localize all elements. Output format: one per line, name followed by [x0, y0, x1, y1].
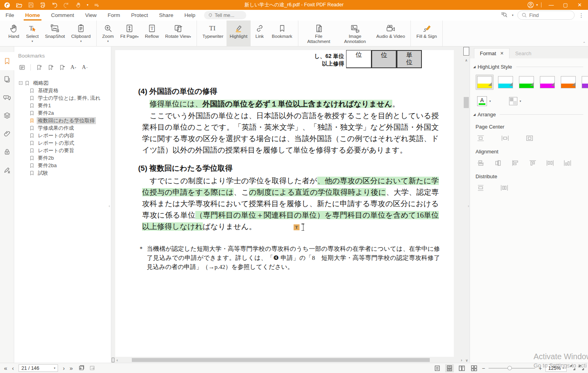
advanced-search-icon[interactable] [501, 11, 508, 19]
scroll-page-box[interactable] [463, 47, 469, 56]
find-box[interactable] [517, 11, 575, 20]
bookmark-item[interactable]: 学士の学位とは, 要件, 流れ [29, 94, 111, 102]
signatures-panel-tab[interactable] [0, 161, 14, 179]
chevron-down-icon[interactable]: ▾ [54, 366, 56, 370]
center-vertically-button[interactable] [500, 134, 510, 142]
reflow-button[interactable]: T Reflow [142, 21, 162, 46]
swatch-orange[interactable] [559, 75, 577, 90]
page-number-box[interactable]: 21 / 146 ▾ [19, 364, 58, 372]
swatch-yellow[interactable] [476, 75, 494, 90]
align-right-button[interactable] [545, 159, 555, 167]
opacity-button[interactable] [509, 97, 517, 105]
fit-page-status-icon[interactable] [579, 365, 584, 371]
bookmark-item[interactable]: レポートの内容 [29, 132, 111, 139]
bookmark-item[interactable]: 試験 [29, 169, 111, 177]
previous-view-button[interactable] [78, 365, 84, 372]
save-icon[interactable] [27, 1, 35, 9]
increase-text-size-icon[interactable]: A+ [69, 63, 77, 71]
menu-comment[interactable]: Comment [45, 10, 80, 21]
fit-page-button[interactable]: Fit Page▾ [117, 21, 142, 46]
first-page-button[interactable]: « [4, 365, 7, 371]
chevron-down-icon[interactable]: ▾ [562, 366, 564, 370]
highlight-button[interactable]: Highlight [227, 21, 251, 46]
tab-format[interactable]: Format ✕ [474, 48, 509, 58]
add-bookmark-icon[interactable] [47, 63, 54, 71]
highlight-style-section-header[interactable]: ◢ HighLight Style [473, 64, 583, 70]
delete-bookmark-icon[interactable] [35, 63, 43, 71]
zoom-in-button[interactable]: + [539, 365, 542, 371]
collapse-node-icon[interactable]: − [19, 81, 22, 85]
close-button[interactable]: ✕ [573, 0, 586, 10]
text-annotation-marker[interactable]: T [294, 224, 305, 231]
facing-view-button[interactable] [457, 364, 466, 372]
find-input[interactable] [529, 13, 569, 18]
bookmark-item[interactable]: レポートの要旨 [29, 147, 111, 154]
distribute-horizontally-button[interactable] [499, 183, 509, 192]
last-page-button[interactable]: » [69, 365, 73, 371]
splitter-handle[interactable] [112, 358, 114, 362]
zoom-slider[interactable] [489, 368, 535, 369]
font-color-button[interactable]: A [477, 96, 487, 106]
scroll-up-icon[interactable]: ∧ [463, 58, 470, 62]
single-page-view-button[interactable] [433, 364, 442, 372]
hand-button[interactable]: Hand [5, 21, 23, 46]
bookmark-item-selected[interactable]: 複数回にわたる学位取得 [29, 117, 111, 124]
close-icon[interactable]: ✕ [500, 51, 504, 56]
bookmark-item[interactable]: 要件2a [29, 109, 111, 117]
customize-toolbar-icon[interactable] [92, 1, 100, 9]
next-page-button[interactable]: › [63, 365, 65, 371]
previous-page-button[interactable]: ‹ [12, 365, 14, 371]
bookmark-item[interactable]: 要件2b [29, 154, 111, 162]
open-file-icon[interactable] [15, 1, 23, 9]
align-vertical-center-button[interactable] [493, 159, 503, 167]
tell-me-search[interactable] [204, 11, 246, 19]
zoom-slider-thumb[interactable] [507, 366, 512, 370]
vertical-scrollbar[interactable]: ∧ [463, 47, 470, 357]
menu-home[interactable]: Home [20, 10, 46, 21]
swatch-cyan[interactable] [496, 75, 515, 90]
collapse-ribbon-icon[interactable]: ⌃ [582, 41, 586, 45]
security-panel-tab[interactable] [0, 143, 14, 161]
tell-me-input[interactable] [215, 13, 242, 18]
select-button[interactable]: T Select ▾ [23, 21, 42, 46]
collapse-left-panel-icon[interactable]: ‹ [109, 203, 110, 208]
bookmark-list-options-icon[interactable] [18, 63, 26, 71]
bookmark-button[interactable]: Bookmark [269, 21, 296, 46]
vertical-scroll-thumb[interactable] [464, 97, 469, 108]
image-annotation-button[interactable]: Image Annotation [337, 21, 373, 46]
chevron-down-icon[interactable]: ▾ [87, 3, 88, 7]
bookmark-item[interactable]: 基礎資格 [29, 87, 111, 94]
undo-icon[interactable] [51, 1, 58, 9]
next-view-button[interactable] [89, 365, 96, 372]
attachments-panel-tab[interactable] [0, 125, 14, 143]
bookmarks-panel-tab[interactable] [0, 52, 14, 70]
zoom-out-button[interactable]: − [482, 365, 485, 371]
decrease-text-size-icon[interactable]: A− [81, 63, 89, 71]
maximize-button[interactable]: ▢ [559, 0, 572, 10]
typewriter-button[interactable]: TI Typewriter [199, 21, 227, 46]
menu-file[interactable]: File [0, 10, 20, 21]
comments-panel-tab[interactable] [0, 88, 14, 106]
rotate-view-button[interactable]: Rotate View▾ [162, 21, 194, 46]
menu-form[interactable]: Form [102, 10, 126, 21]
file-attachment-button[interactable]: File Attachment [301, 21, 337, 46]
align-bottom-button[interactable] [562, 159, 573, 167]
tab-search[interactable]: Search [509, 48, 537, 58]
chevron-down-icon[interactable]: ▾ [520, 99, 521, 103]
fit-width-icon[interactable] [570, 365, 575, 371]
chevron-down-icon[interactable]: ▾ [512, 13, 513, 17]
scroll-down-icon[interactable]: ∨ [465, 358, 468, 362]
collapse-right-panel-icon[interactable]: › [468, 203, 469, 208]
distribute-vertically-button[interactable] [476, 183, 486, 192]
minimize-button[interactable]: — [545, 0, 558, 10]
zoom-button[interactable]: Zoom ▾ [99, 21, 117, 46]
snapshot-button[interactable]: SnapShot [42, 21, 68, 46]
pages-panel-tab[interactable] [0, 70, 14, 88]
center-horizontally-button[interactable] [476, 134, 486, 142]
bookmark-item[interactable]: レポートの形式 [29, 139, 111, 147]
bookmark-root[interactable]: − 概略図 [19, 79, 111, 87]
zoom-level-box[interactable]: 125% ▾ [545, 364, 567, 372]
menu-share[interactable]: Share [154, 10, 179, 21]
layers-panel-tab[interactable] [0, 106, 14, 125]
menu-help[interactable]: Help [179, 10, 201, 21]
